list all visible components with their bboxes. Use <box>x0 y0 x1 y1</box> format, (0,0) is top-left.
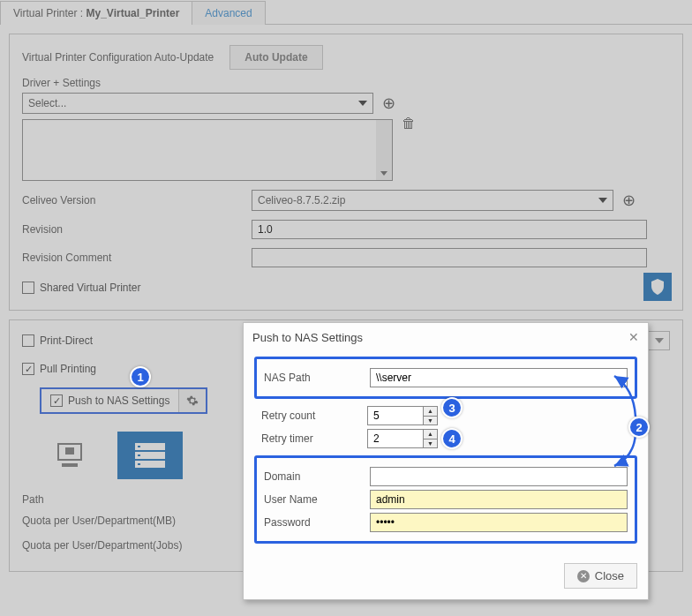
retry-timer-label: Retry timer <box>261 432 367 445</box>
username-label: User Name <box>264 493 370 506</box>
gear-icon <box>186 394 199 407</box>
shared-virtual-printer-label: Shared Virtual Printer <box>40 282 141 294</box>
celiveo-version-value: Celiveo-8.7.5.2.zip <box>258 194 345 207</box>
password-label: Password <box>264 516 370 529</box>
driver-select[interactable]: Select... <box>22 93 373 114</box>
driver-settings-label: Driver + Settings <box>22 77 670 89</box>
dialog-close-icon[interactable]: ✕ <box>628 330 639 344</box>
driver-select-value: Select... <box>28 97 66 109</box>
chevron-down-icon <box>655 338 664 343</box>
svg-rect-1 <box>62 463 78 467</box>
push-to-nas-box: Push to NAS Settings <box>40 387 207 414</box>
dialog-close-button[interactable]: ✕ Close <box>564 563 637 589</box>
tab-virtual-printer-prefix: Virtual Printer : <box>13 7 83 19</box>
chevron-down-icon <box>598 198 607 203</box>
dialog-title: Push to NAS Settings <box>252 331 363 344</box>
pull-printing-label: Pull Printing <box>40 363 96 375</box>
svg-rect-8 <box>138 463 140 465</box>
username-input[interactable] <box>370 490 628 509</box>
local-printer-icon <box>56 442 88 469</box>
callout-3: 3 <box>441 397 463 418</box>
driver-list[interactable] <box>22 119 393 181</box>
print-direct-label: Print-Direct <box>40 334 93 347</box>
retry-count-input[interactable] <box>367 406 424 425</box>
mode-tile-local[interactable] <box>40 432 105 479</box>
callout-4: 4 <box>441 428 463 449</box>
tab-advanced[interactable]: Advanced <box>192 1 265 25</box>
revision-input[interactable] <box>252 220 647 239</box>
retry-timer-spinner[interactable]: ▲▼ <box>424 429 438 448</box>
shield-icon <box>651 279 665 295</box>
auto-update-label: Virtual Printer Configuration Auto-Updat… <box>22 51 214 64</box>
chevron-down-icon <box>358 101 367 106</box>
tab-virtual-printer[interactable]: Virtual Printer : My_Virtual_Printer <box>0 1 192 25</box>
pull-printing-checkbox[interactable] <box>22 363 34 375</box>
scrollbar[interactable] <box>376 120 392 180</box>
nas-path-label: NAS Path <box>264 372 370 384</box>
celiveo-version-select[interactable]: Celiveo-8.7.5.2.zip <box>252 190 613 211</box>
domain-input[interactable] <box>370 467 628 486</box>
svg-rect-2 <box>65 447 74 454</box>
server-stack-icon <box>132 441 169 470</box>
dialog-close-label: Close <box>595 569 624 582</box>
add-celiveo-icon[interactable]: ⊕ <box>622 191 636 210</box>
password-input[interactable] <box>370 513 628 532</box>
domain-label: Domain <box>264 470 370 483</box>
auto-update-button[interactable]: Auto Update <box>229 45 322 70</box>
tab-virtual-printer-name: My_Virtual_Printer <box>86 7 180 19</box>
revision-label: Revision <box>22 223 252 236</box>
celiveo-version-label: Celiveo Version <box>22 194 252 207</box>
shield-button[interactable] <box>643 273 672 301</box>
close-circle-icon: ✕ <box>577 570 590 582</box>
retry-count-label: Retry count <box>261 409 367 422</box>
nas-path-group: NAS Path <box>254 357 637 399</box>
nas-path-input[interactable] <box>370 368 628 387</box>
svg-rect-6 <box>138 446 140 447</box>
mode-tile-nas[interactable] <box>117 432 183 479</box>
callout-1: 1 <box>130 366 151 387</box>
retry-timer-input[interactable] <box>367 429 424 448</box>
push-to-nas-settings-button[interactable] <box>178 389 206 412</box>
retry-count-spinner[interactable]: ▲▼ <box>424 406 438 425</box>
svg-rect-7 <box>138 454 140 456</box>
push-to-nas-dialog: Push to NAS Settings ✕ NAS Path Retry co… <box>243 322 649 600</box>
revision-comment-label: Revision Comment <box>22 252 252 264</box>
push-to-nas-label: Push to NAS Settings <box>68 394 169 407</box>
trash-icon[interactable]: 🗑 <box>402 116 416 131</box>
callout-2: 2 <box>628 417 650 438</box>
shared-virtual-printer-checkbox[interactable] <box>22 282 34 294</box>
revision-comment-input[interactable] <box>252 248 647 267</box>
print-direct-checkbox[interactable] <box>22 334 34 347</box>
credentials-group: Domain User Name Password <box>254 455 637 544</box>
add-driver-icon[interactable]: ⊕ <box>382 94 395 113</box>
push-to-nas-checkbox[interactable] <box>50 394 63 407</box>
